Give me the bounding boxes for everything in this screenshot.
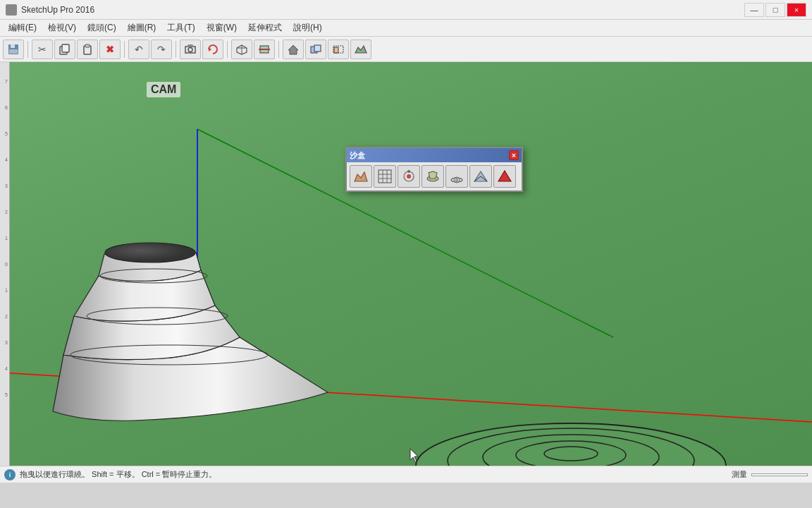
menu-camera[interactable]: 鏡頭(C) <box>82 20 122 35</box>
status-icon: i <box>4 469 16 480</box>
ruler-mark: 4 <box>0 366 9 371</box>
menu-view[interactable]: 檢視(V) <box>42 20 82 35</box>
menu-window[interactable]: 視窗(W) <box>201 20 242 35</box>
svg-rect-17 <box>314 45 321 52</box>
background <box>0 62 812 483</box>
menu-edit[interactable]: 編輯(E) <box>3 20 42 35</box>
sandbox-tools <box>347 162 522 190</box>
ruler-mark: 3 <box>0 340 9 345</box>
separator-3 <box>176 41 176 58</box>
sandbox-dialog: 沙盒 × <box>345 147 523 192</box>
sandbox-tool-terrain-scratch[interactable] <box>350 165 372 188</box>
menu-tools[interactable]: 工具(T) <box>161 20 200 35</box>
svg-point-32 <box>456 179 458 181</box>
svg-point-8 <box>188 47 192 52</box>
menu-draw[interactable]: 繪圖(R) <box>122 20 162 35</box>
sandbox-tool-stamp[interactable] <box>422 165 444 188</box>
ruler-mark: 6 <box>0 105 9 110</box>
measure-label: 測量 <box>732 469 751 480</box>
cut-button[interactable]: ✂ <box>32 40 53 59</box>
left-ruler: 7 6 5 4 3 2 1 0 1 2 3 4 5 <box>0 62 10 483</box>
titlebar: SketchUp Pro 2016 — □ × <box>0 0 812 20</box>
svg-marker-36 <box>498 171 511 181</box>
separator-5 <box>278 41 279 58</box>
copy-button[interactable] <box>54 40 75 59</box>
sandbox-tool-drape[interactable] <box>445 165 468 188</box>
terrain-button[interactable] <box>350 40 371 59</box>
separator-1 <box>27 41 28 58</box>
svg-point-30 <box>451 178 462 182</box>
erase-button[interactable]: ✖ <box>99 40 121 59</box>
svg-rect-6 <box>85 44 90 47</box>
svg-marker-20 <box>355 172 367 181</box>
ruler-mark: 1 <box>0 288 9 293</box>
maximize-button[interactable]: □ <box>765 3 785 17</box>
minimize-button[interactable]: — <box>744 3 764 17</box>
save-button[interactable] <box>3 40 24 59</box>
separator-4 <box>227 41 228 58</box>
redo-button[interactable]: ↷ <box>151 40 172 59</box>
sandbox-title: 沙盒 <box>350 150 365 161</box>
sandbox-tool-smoove[interactable] <box>398 165 420 188</box>
menu-help[interactable]: 說明(H) <box>288 20 328 35</box>
group-button[interactable] <box>328 40 349 59</box>
menu-extensions[interactable]: 延伸程式 <box>242 20 288 35</box>
svg-marker-9 <box>187 44 194 47</box>
ruler-mark: 2 <box>0 210 9 214</box>
ruler-mark: 3 <box>0 183 9 188</box>
svg-point-27 <box>407 174 411 179</box>
close-button[interactable]: × <box>787 3 806 17</box>
ruler-mark: 5 <box>0 392 9 397</box>
sandbox-tool-grid[interactable] <box>374 165 396 188</box>
svg-rect-21 <box>379 170 391 183</box>
ruler-mark: 1 <box>0 236 9 241</box>
ruler-mark: 5 <box>0 131 9 136</box>
component-button[interactable] <box>305 40 326 59</box>
cam-label: CAM <box>147 82 180 97</box>
rotate-button[interactable] <box>202 40 223 59</box>
svg-rect-4 <box>62 44 69 52</box>
sandbox-close-button[interactable]: × <box>509 150 519 160</box>
svg-rect-18 <box>334 47 338 53</box>
svg-point-28 <box>407 170 410 173</box>
svg-marker-15 <box>288 45 298 54</box>
status-message: 拖曳以便進行環繞。 Shift = 平移。 Ctrl = 暫時停止重力。 <box>20 469 732 480</box>
svg-rect-2 <box>9 49 18 54</box>
ruler-mark: 4 <box>0 157 9 162</box>
svg-rect-1 <box>11 44 15 48</box>
svg-marker-10 <box>209 47 211 52</box>
sandbox-tool-flip-edge[interactable] <box>493 165 516 188</box>
statusbar: i 拖曳以便進行環繞。 Shift = 平移。 Ctrl = 暫時停止重力。 測… <box>0 466 812 483</box>
menubar: 編輯(E) 檢視(V) 鏡頭(C) 繪圖(R) 工具(T) 視窗(W) 延伸程式… <box>0 20 812 37</box>
measure-input[interactable] <box>751 473 808 476</box>
toolbar: ✂ ✖ ↶ ↷ <box>0 37 812 62</box>
undo-button[interactable]: ↶ <box>128 40 149 59</box>
sandbox-tool-add-detail[interactable] <box>469 165 492 188</box>
viewport[interactable]: 7 6 5 4 3 2 1 0 1 2 3 4 5 CAM 沙盒 × <box>0 62 812 483</box>
sandbox-titlebar[interactable]: 沙盒 × <box>347 148 522 162</box>
window-controls: — □ × <box>744 3 806 17</box>
ruler-mark: 0 <box>0 262 9 267</box>
camera-button[interactable] <box>180 40 201 59</box>
app-title: SketchUp Pro 2016 <box>21 5 744 15</box>
paste-button[interactable] <box>77 40 98 59</box>
separator-2 <box>124 41 125 58</box>
ruler-mark: 2 <box>0 314 9 319</box>
app-icon <box>6 4 17 16</box>
view-iso-button[interactable] <box>231 40 252 59</box>
home-button[interactable] <box>283 40 304 59</box>
ruler-mark: 7 <box>0 79 9 84</box>
section-button[interactable] <box>254 40 275 59</box>
